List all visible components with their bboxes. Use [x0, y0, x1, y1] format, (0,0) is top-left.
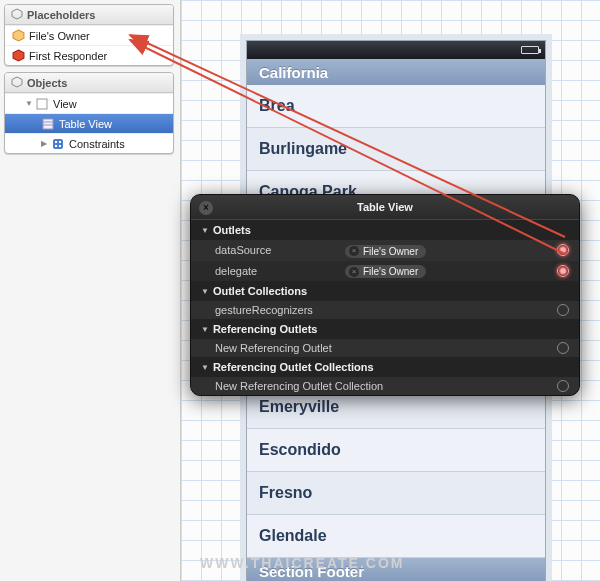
disclosure-triangle-icon: ▼ — [201, 226, 209, 235]
connection-port[interactable] — [557, 380, 569, 392]
constraints-icon — [51, 137, 65, 151]
referencing-outlets-section-header[interactable]: ▼ Referencing Outlets — [191, 319, 579, 339]
outlet-row-new-ref-coll[interactable]: New Referencing Outlet Collection — [191, 377, 579, 395]
view-label: View — [53, 98, 77, 110]
view-row[interactable]: ▼ View — [5, 93, 173, 113]
document-outline: Placeholders File's Owner First Responde… — [4, 4, 174, 160]
outlet-name: New Referencing Outlet Collection — [215, 380, 557, 392]
outlet-name: delegate — [215, 265, 345, 277]
objects-label: Objects — [27, 77, 67, 89]
cube-icon — [11, 76, 23, 90]
outlet-row-new-ref[interactable]: New Referencing Outlet — [191, 339, 579, 357]
connection-port[interactable] — [557, 342, 569, 354]
status-bar — [247, 41, 545, 59]
cell-label: Escondido — [259, 441, 341, 459]
outlets-label: Outlets — [213, 224, 251, 236]
table-view-label: Table View — [59, 118, 112, 130]
svg-rect-4 — [53, 139, 63, 149]
svg-rect-5 — [55, 141, 57, 143]
svg-rect-0 — [37, 99, 47, 109]
objects-panel: Objects ▼ View Table View ▶ Constraints — [4, 72, 174, 154]
section-header-label: California — [259, 64, 328, 81]
referencing-outlet-collections-section-header[interactable]: ▼ Referencing Outlet Collections — [191, 357, 579, 377]
disclosure-triangle-icon[interactable]: ▼ — [25, 99, 35, 108]
placeholders-label: Placeholders — [27, 9, 95, 21]
outlet-name: gestureRecognizers — [215, 304, 345, 316]
outlet-row-datasource[interactable]: dataSource × File's Owner — [191, 240, 579, 261]
cell-label: Glendale — [259, 527, 327, 545]
outlet-row-delegate[interactable]: delegate × File's Owner — [191, 261, 579, 282]
table-cell[interactable]: Escondido — [247, 429, 545, 472]
connection-pill[interactable]: × File's Owner — [345, 245, 426, 258]
outlet-collections-label: Outlet Collections — [213, 285, 307, 297]
outlet-row-gesture[interactable]: gestureRecognizers — [191, 301, 579, 319]
connection-pill[interactable]: × File's Owner — [345, 265, 426, 278]
first-responder-icon — [11, 49, 25, 63]
svg-rect-6 — [59, 141, 61, 143]
outlets-section-header[interactable]: ▼ Outlets — [191, 220, 579, 240]
disconnect-icon[interactable]: × — [349, 246, 359, 256]
outlet-name: New Referencing Outlet — [215, 342, 557, 354]
connection-target-label: File's Owner — [363, 246, 418, 257]
disclosure-triangle-icon: ▼ — [201, 363, 209, 372]
referencing-outlets-label: Referencing Outlets — [213, 323, 318, 335]
cell-label: Emeryville — [259, 398, 339, 416]
first-responder-row[interactable]: First Responder — [5, 45, 173, 65]
constraints-row[interactable]: ▶ Constraints — [5, 133, 173, 153]
table-cell[interactable]: Fresno — [247, 472, 545, 515]
table-view-row[interactable]: Table View — [5, 113, 173, 133]
outlet-name: dataSource — [215, 244, 345, 256]
hud-title-bar: × Table View — [191, 195, 579, 220]
connection-port[interactable] — [557, 304, 569, 316]
files-owner-row[interactable]: File's Owner — [5, 25, 173, 45]
watermark-text: WWW.THAICREATE.COM — [200, 555, 405, 571]
section-header: California — [247, 59, 545, 85]
connections-inspector-popover[interactable]: × Table View ▼ Outlets dataSource × File… — [190, 194, 580, 396]
connection-port[interactable] — [557, 265, 569, 277]
connection-target-label: File's Owner — [363, 266, 418, 277]
battery-icon — [521, 46, 539, 54]
files-owner-icon — [11, 29, 25, 43]
first-responder-label: First Responder — [29, 50, 107, 62]
cell-label: Fresno — [259, 484, 312, 502]
hud-title-label: Table View — [357, 201, 413, 213]
constraints-label: Constraints — [69, 138, 125, 150]
placeholders-panel: Placeholders File's Owner First Responde… — [4, 4, 174, 66]
table-cell[interactable]: Glendale — [247, 515, 545, 558]
connection-port[interactable] — [557, 244, 569, 256]
svg-rect-7 — [55, 145, 57, 147]
table-view-icon — [41, 117, 55, 131]
svg-rect-1 — [43, 119, 53, 129]
close-icon[interactable]: × — [199, 201, 213, 215]
table-cell[interactable]: Burlingame — [247, 128, 545, 171]
view-icon — [35, 97, 49, 111]
cell-label: Burlingame — [259, 140, 347, 158]
watermark: WWW.THAICREATE.COM — [200, 555, 405, 571]
objects-header[interactable]: Objects — [5, 73, 173, 93]
table-cell[interactable]: Brea — [247, 85, 545, 128]
cube-icon — [11, 8, 23, 22]
disclosure-triangle-icon: ▼ — [201, 325, 209, 334]
outlet-collections-section-header[interactable]: ▼ Outlet Collections — [191, 281, 579, 301]
disclosure-triangle-icon: ▼ — [201, 287, 209, 296]
svg-rect-8 — [59, 145, 61, 147]
referencing-outlet-collections-label: Referencing Outlet Collections — [213, 361, 374, 373]
disclosure-triangle-icon[interactable]: ▶ — [41, 139, 51, 148]
placeholders-header[interactable]: Placeholders — [5, 5, 173, 25]
cell-label: Brea — [259, 97, 295, 115]
files-owner-label: File's Owner — [29, 30, 90, 42]
disconnect-icon[interactable]: × — [349, 267, 359, 277]
